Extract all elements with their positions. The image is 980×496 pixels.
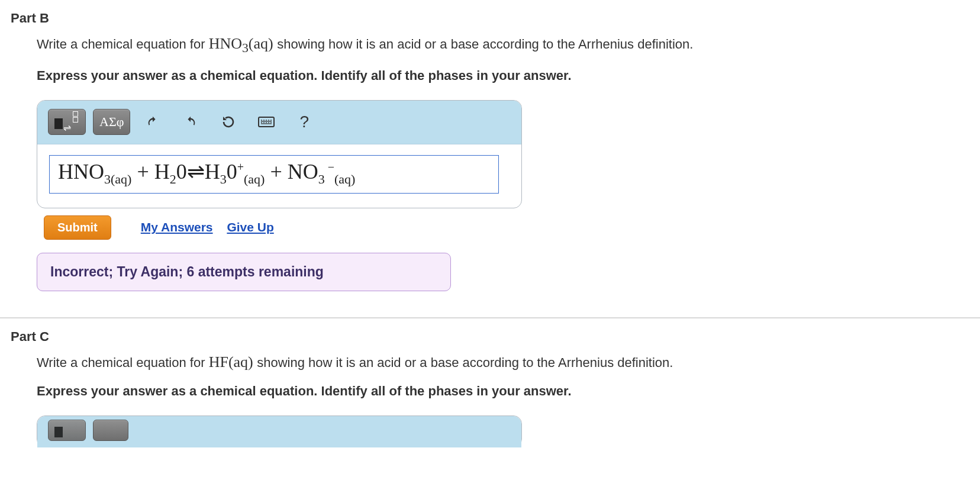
help-button[interactable]: ? — [289, 109, 320, 135]
part-c-instruction: Express your answer as a chemical equati… — [37, 384, 980, 399]
greek-button[interactable]: ΑΣφ — [93, 109, 130, 135]
prompt-formula: HF(aq) — [209, 353, 257, 371]
reset-button[interactable] — [213, 109, 244, 135]
template-icon — [54, 422, 79, 439]
template-button[interactable]: ⇌ — [48, 109, 86, 135]
part-b-instruction: Express your answer as a chemical equati… — [37, 68, 980, 83]
formula-base: HF — [209, 353, 228, 371]
prompt-pre: Write a chemical equation for — [37, 355, 209, 370]
keyboard-button[interactable] — [251, 109, 282, 135]
part-b-header: Part B — [0, 0, 980, 33]
equation-input[interactable]: HNO3(aq) + H20⇌H30+(aq) + NO3 −(aq) — [49, 155, 499, 194]
answer-card: ⇌ ΑΣφ ? HNO3(aq) + H20⇌H30 — [37, 100, 522, 208]
prompt-post: showing how it is an acid or a base acco… — [277, 37, 693, 51]
my-answers-link[interactable]: My Answers — [141, 220, 213, 234]
part-b-section: Part B Write a chemical equation for HNO… — [0, 0, 980, 291]
equation-row: HNO3(aq) + H20⇌H30+(aq) + NO3 −(aq) — [37, 144, 521, 208]
formula-phase: (aq) — [249, 35, 273, 52]
template-icon: ⇌ — [54, 114, 79, 130]
template-button[interactable] — [48, 420, 86, 441]
formula-base: HNO — [209, 35, 242, 52]
redo-icon — [184, 115, 197, 128]
links: My Answers Give Up — [141, 220, 274, 234]
part-c-section: Part C Write a chemical equation for HF(… — [0, 318, 980, 447]
keyboard-icon — [258, 117, 275, 127]
redo-button[interactable] — [175, 109, 206, 135]
prompt-post: showing how it is an acid or a base acco… — [257, 355, 673, 370]
equation-toolbar: ⇌ ΑΣφ ? — [37, 101, 521, 144]
greek-button[interactable] — [93, 420, 128, 441]
equation-toolbar-c — [37, 416, 521, 447]
part-b-prompt: Write a chemical equation for HNO3(aq) s… — [37, 33, 980, 57]
undo-button[interactable] — [137, 109, 168, 135]
formula-sub: 3 — [242, 41, 249, 55]
give-up-link[interactable]: Give Up — [227, 220, 273, 234]
undo-icon — [146, 115, 159, 128]
formula-phase: (aq) — [228, 353, 253, 371]
reset-icon — [221, 115, 236, 129]
part-c-header: Part C — [0, 318, 980, 352]
prompt-formula: HNO3(aq) — [209, 35, 278, 52]
part-c-prompt: Write a chemical equation for HF(aq) sho… — [37, 352, 980, 373]
answer-card-partial — [37, 416, 522, 447]
prompt-pre: Write a chemical equation for — [37, 37, 209, 51]
actions-row: Submit My Answers Give Up — [37, 212, 980, 240]
submit-button[interactable]: Submit — [44, 215, 111, 240]
feedback-banner: Incorrect; Try Again; 6 attempts remaini… — [37, 253, 451, 291]
